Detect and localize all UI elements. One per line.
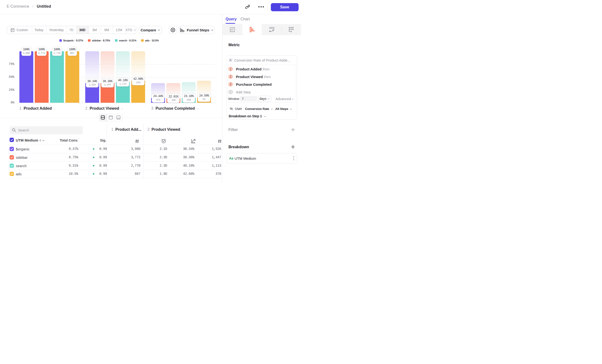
svg-text:3: 3 xyxy=(230,83,231,86)
svg-text:2: 2 xyxy=(230,75,231,78)
svg-text:1: 1 xyxy=(230,68,231,70)
